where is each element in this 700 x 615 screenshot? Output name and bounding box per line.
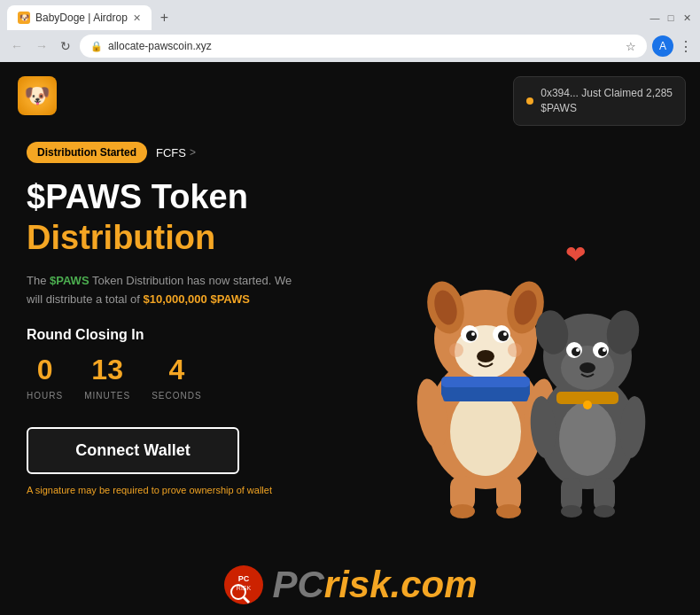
signature-note: A signature may be required to prove own… — [27, 485, 350, 495]
bookmark-icon[interactable]: ☆ — [626, 40, 636, 53]
desc-before: The — [27, 274, 50, 287]
seconds-label: SECONDS — [152, 391, 201, 401]
minutes-label: MINUTES — [84, 391, 130, 401]
browser-menu-button[interactable]: ⋮ — [679, 38, 693, 55]
hours-value: 0 — [27, 354, 63, 386]
address-text: allocate-pawscoin.xyz — [108, 40, 212, 52]
svg-point-23 — [496, 504, 521, 518]
hero-title-white: $PAWS Token — [27, 179, 350, 216]
fcfs-chevron: > — [190, 146, 196, 159]
watermark-logo: PC RISK — [222, 564, 265, 606]
favicon-emoji: 🐶 — [19, 13, 29, 22]
svg-point-14 — [503, 332, 507, 336]
logo-image: 🐶 — [18, 76, 57, 115]
hours-label: HOURS — [27, 391, 63, 401]
badge-row: Distribution Started FCFS > — [27, 142, 350, 163]
website-content: 0x394... Just Claimed 2,285 $PAWS 🐶 Dist… — [0, 62, 700, 615]
address-bar[interactable]: 🔒 allocate-pawscoin.xyz ☆ — [80, 35, 647, 58]
seconds-value: 4 — [152, 354, 201, 386]
notification-popup: 0x394... Just Claimed 2,285 $PAWS — [513, 76, 686, 126]
desc-amount: $10,000,000 $PAWS — [144, 292, 250, 306]
watermark: PC RISK PCrisk.com — [0, 564, 700, 606]
lock-icon: 🔒 — [90, 41, 103, 52]
svg-point-35 — [598, 347, 607, 356]
notification-dot — [526, 97, 533, 105]
tab-close-button[interactable]: ✕ — [133, 12, 141, 24]
reload-button[interactable]: ↻ — [57, 37, 74, 55]
nav-bar: ← → ↻ 🔒 allocate-pawscoin.xyz ☆ A ⋮ — [0, 30, 700, 62]
countdown-timer: 0 HOURS 13 MINUTES 4 SECONDS — [27, 354, 350, 402]
forward-button[interactable]: → — [32, 37, 51, 55]
notification-text: 0x394... Just Claimed 2,285 $PAWS — [541, 86, 673, 116]
svg-point-43 — [561, 505, 582, 518]
distribution-badge: Distribution Started — [27, 142, 147, 163]
new-tab-button[interactable]: + — [155, 10, 174, 26]
svg-point-16 — [449, 343, 463, 357]
svg-point-36 — [576, 348, 579, 352]
hero-title-orange: Distribution — [27, 218, 350, 259]
svg-point-40 — [583, 401, 592, 409]
svg-text:PC: PC — [238, 574, 250, 583]
watermark-orange-text: risk.com — [324, 564, 478, 605]
watermark-text: PCrisk.com — [272, 564, 477, 606]
right-panel: ❤ — [350, 124, 673, 615]
maximize-button[interactable]: □ — [665, 12, 677, 24]
tab-favicon: 🐶 — [18, 12, 30, 24]
close-window-button[interactable]: ✕ — [681, 12, 693, 24]
dogs-illustration: ❤ — [370, 219, 654, 520]
svg-text:❤: ❤ — [565, 241, 586, 269]
back-button[interactable]: ← — [7, 37, 27, 55]
profile-initial: A — [659, 40, 666, 52]
browser-chrome: 🐶 BabyDoge | Airdrop ✕ + — □ ✕ ← → ↻ 🔒 a… — [0, 0, 700, 62]
svg-point-34 — [572, 347, 580, 356]
fcfs-label: FCFS > — [156, 146, 196, 160]
notif-line1: 0x394... Just Claimed 2,285 — [541, 87, 673, 99]
dogs-svg: ❤ — [370, 219, 654, 520]
svg-point-27 — [559, 401, 616, 476]
svg-rect-19 — [441, 377, 530, 387]
browser-tab[interactable]: 🐶 BabyDoge | Airdrop ✕ — [7, 5, 152, 30]
logo-dog-emoji: 🐶 — [24, 83, 51, 108]
profile-button[interactable]: A — [652, 35, 673, 57]
fcfs-text: FCFS — [156, 146, 186, 160]
svg-point-22 — [450, 504, 475, 518]
svg-point-15 — [477, 350, 494, 362]
svg-point-13 — [471, 332, 475, 336]
main-content: Distribution Started FCFS > $PAWS Token … — [0, 124, 700, 615]
round-closing-label: Round Closing In — [27, 327, 350, 343]
svg-point-11 — [466, 331, 477, 341]
watermark-gray-text: PC — [272, 564, 323, 605]
window-controls: — □ ✕ — [649, 12, 693, 24]
site-logo[interactable]: 🐶 — [18, 76, 57, 115]
tab-title: BabyDoge | Airdrop — [35, 12, 128, 24]
minutes-value: 13 — [84, 354, 130, 386]
svg-point-37 — [603, 348, 606, 352]
left-panel: Distribution Started FCFS > $PAWS Token … — [27, 124, 350, 615]
svg-point-38 — [579, 362, 595, 373]
connect-wallet-button[interactable]: Connect Wallet — [27, 427, 239, 474]
hero-description: The $PAWS Token Distribution has now sta… — [27, 272, 310, 309]
countdown-hours: 0 HOURS — [27, 354, 63, 402]
svg-point-17 — [508, 343, 522, 357]
countdown-seconds: 4 SECONDS — [152, 354, 201, 402]
svg-point-44 — [594, 505, 615, 518]
countdown-minutes: 13 MINUTES — [84, 354, 130, 402]
title-bar: 🐶 BabyDoge | Airdrop ✕ + — □ ✕ — [0, 0, 700, 30]
desc-paws: $PAWS — [50, 274, 89, 287]
notif-line2: $PAWS — [541, 102, 577, 114]
svg-point-12 — [498, 331, 509, 341]
minimize-button[interactable]: — — [649, 12, 661, 24]
